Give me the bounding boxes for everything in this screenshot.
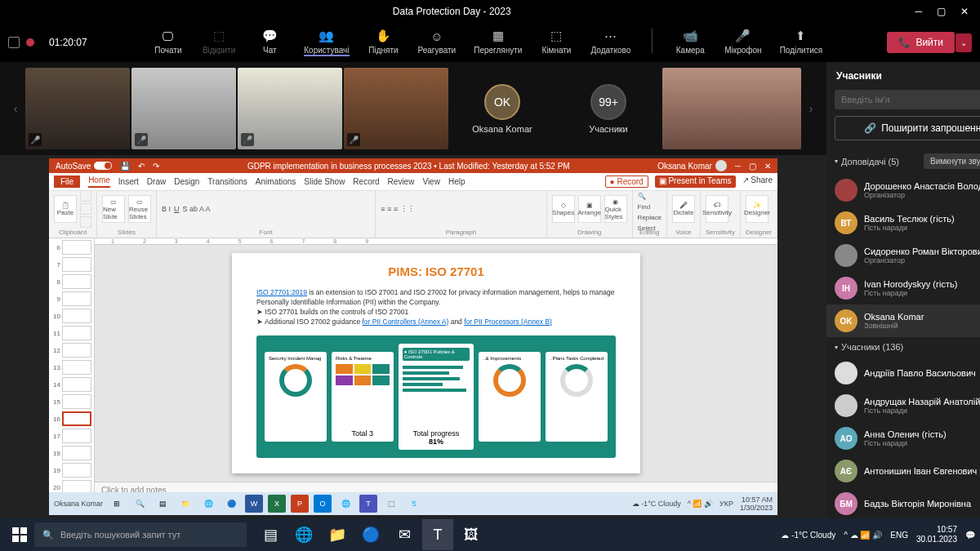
word-icon[interactable]: W [245,495,263,513]
taskview-button[interactable]: ▤ [255,519,286,550]
clock[interactable]: 10:5730.01.2023 [916,525,957,544]
designer-button[interactable]: ✨Designer [746,195,768,223]
video-tile[interactable]: 🎤 [25,68,130,149]
participant-row[interactable]: АЄАнтонишин Іван Євгенович🔇 [826,455,980,487]
maximize-button[interactable]: ▢ [937,6,946,17]
redo-icon[interactable]: ↷ [153,162,159,171]
participant-row[interactable]: Сидоренко Роман ВікторовичОрганізатор🔇 [826,239,980,272]
mail-button[interactable]: ✉ [389,519,420,550]
share-screen-button[interactable]: 🖵Почати [152,29,185,56]
react-button[interactable]: ☺Реагувати [418,29,457,56]
tab-home[interactable]: Home [88,176,110,188]
sensitivity-button[interactable]: 🏷Sensitivity [706,195,728,223]
teams-button[interactable]: T [422,519,453,550]
lang-switcher[interactable]: ENG [890,531,908,540]
new-slide-button[interactable]: ▭New Slide [102,195,125,223]
video-tile[interactable]: 🎤 [344,68,448,149]
video-tile[interactable]: 🎤 [238,68,342,149]
tab-draw[interactable]: Draw [147,177,166,186]
share-invite-button[interactable]: 🔗Поширити запрошення [835,116,980,140]
video-tile-avatar[interactable]: OK Oksana Komar [450,68,555,149]
excel-icon[interactable]: X [268,495,286,513]
tab-help[interactable]: Help [448,177,466,186]
slide-thumb[interactable]: 11 [51,326,92,340]
mute-all-button[interactable]: Вимкнути звук для ... [924,153,980,169]
notifications-button[interactable]: 💬 [965,531,975,540]
tab-view[interactable]: View [422,177,440,186]
participant-row[interactable]: Андрущак Назарій АнатолійовичГість нарад… [826,389,980,422]
ppt-close[interactable]: ✕ [764,162,771,171]
cut-icon[interactable] [80,190,91,202]
link[interactable]: for PII Processors (Annex B) [464,318,552,326]
participant-row[interactable]: OKOksana KomarЗовнішній🎤 [826,304,980,337]
slide-thumb[interactable]: 8 [51,274,92,289]
undo-icon[interactable]: ↶ [138,162,145,171]
slide-thumb[interactable]: 10 [51,309,92,323]
presenters-header[interactable]: ▾ Доповідачі (5) Вимкнути звук для ... [826,149,980,174]
gallery-prev[interactable]: ‹ [7,102,24,115]
edge-button[interactable]: 🌐 [288,519,319,550]
tab-file[interactable]: File [54,176,80,188]
slide-thumb[interactable]: 18 [51,446,92,460]
outlook-icon[interactable]: O [314,495,332,513]
tab-design[interactable]: Design [174,177,199,186]
participant-search[interactable]: 🔍 [835,90,980,109]
tray-icons[interactable]: ^ ☁ 📶 🔊 [844,531,882,540]
slide-thumb[interactable]: 9 [51,291,92,306]
more-button[interactable]: ⋯Додатково [590,29,630,56]
avatar[interactable] [715,160,727,171]
raise-hand-button[interactable]: ✋Підняти [368,29,400,56]
search-icon[interactable]: 🔍 [131,495,149,513]
photos-button[interactable]: 🖼 [456,519,487,550]
video-tile[interactable] [662,68,801,149]
participant-row[interactable]: Дорошенко Анастасія Володим...Організато… [826,174,980,207]
slide-canvas[interactable]: PIMS: ISO 27701 ISO 27701:2019 is an ext… [232,253,640,473]
slide-thumb[interactable]: 17 [51,429,92,443]
lang-indicator[interactable]: УКР [719,500,733,508]
powerpoint-icon[interactable]: P [291,495,309,513]
participant-row[interactable]: Андріїв Павло Васильович🔇 [826,357,980,389]
notes-pane[interactable]: Click to add notes [95,482,777,492]
explorer-icon[interactable]: 📁 [176,495,194,513]
slide-thumb[interactable]: 13 [51,360,92,375]
minimize-button[interactable]: ─ [915,6,922,17]
slide-thumb[interactable]: 19 [51,463,92,478]
rooms-button[interactable]: ⬚Кімнати [540,29,572,56]
dictate-button[interactable]: 🎤Dictate [672,195,695,223]
slide-thumb[interactable]: 7 [51,257,92,272]
link[interactable]: for PII Controllers (Annex A) [362,318,448,326]
ppt-maximize[interactable]: ▢ [749,162,756,171]
quick-styles-button[interactable]: ◉Quick Styles [604,195,627,223]
participant-row[interactable]: IHIvan Horodyskyy (гість)Гість наради🔇 [826,272,980,304]
explorer-button[interactable]: 📁 [322,519,353,550]
attendees-header[interactable]: ▾ Учасники (136) [826,337,980,357]
camera-button[interactable]: 📹Камера [674,29,706,56]
view-button[interactable]: ▦Переглянути [474,29,522,56]
slide-thumb[interactable]: 6 [51,240,92,255]
leave-dropdown[interactable]: ⌄ [956,33,972,52]
edge2-icon[interactable]: 🌐 [336,495,354,513]
ppt-share-button[interactable]: ↗ Share [742,176,773,188]
slide-thumb[interactable]: 20 [51,480,92,492]
slide-thumb[interactable]: 15 [51,394,92,409]
tab-animations[interactable]: Animations [256,177,296,186]
teams-icon[interactable]: T [359,495,377,513]
reuse-slides-button[interactable]: ▭Reuse Slides [128,195,151,223]
chrome-icon[interactable]: 🔵 [222,495,240,513]
overflow-tile[interactable]: 99+ Учасники [556,68,661,149]
people-button[interactable]: 👥Користувачі [304,29,349,56]
participant-row[interactable]: АОАнна Оленич (гість)Гість наради🔇 [826,422,980,455]
start-icon[interactable]: ⊞ [108,495,126,513]
participant-row[interactable]: БМБадзь Вікторія Миронівна🔇 [826,487,980,518]
slide-thumb[interactable]: 16 [51,411,92,426]
share-button[interactable]: ⬆Поділитися [780,29,823,56]
format-painter-icon[interactable] [80,216,91,228]
participant-row[interactable]: ВТВасиль Теслюк (гість)Гість наради🔇 [826,207,980,239]
leave-button[interactable]: 📞Вийти [887,32,955,53]
slide-thumb[interactable]: 14 [51,377,92,392]
mic-button[interactable]: 🎤Мікрофон [724,29,761,56]
save-icon[interactable]: 💾 [120,162,130,171]
taskview-icon[interactable]: ▤ [154,495,172,513]
tab-record[interactable]: Record [353,177,379,186]
ppt-minimize[interactable]: ─ [735,162,741,171]
